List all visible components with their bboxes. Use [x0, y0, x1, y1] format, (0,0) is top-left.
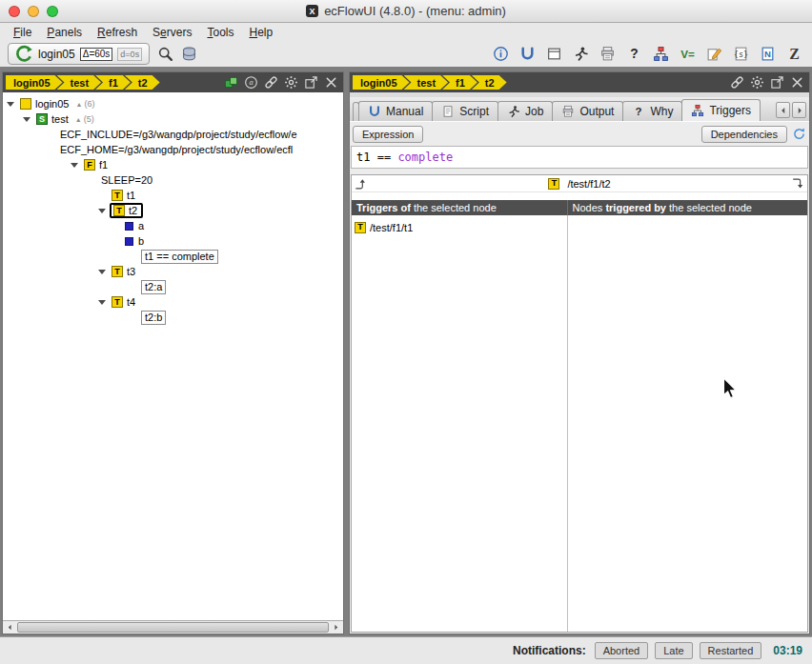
scroll-right-button[interactable] — [329, 621, 343, 634]
tree-row-test[interactable]: Stest▲(5) — [3, 111, 343, 127]
dependencies-button[interactable]: Dependencies — [701, 126, 787, 143]
notes-icon[interactable]: N — [760, 46, 776, 62]
notification-late-button[interactable]: Late — [655, 642, 692, 659]
tree-row-ecf-home-g3-wangdp-project-stu[interactable]: ECF_HOME=/g3/wangdp/project/study/ecflow… — [3, 142, 343, 157]
corner-up-icon[interactable] — [355, 177, 368, 191]
triggers-tab-content: Expression Dependencies t1 == complete T… — [350, 121, 809, 634]
tab-job[interactable]: Job — [497, 101, 553, 121]
expander-open-icon[interactable] — [71, 163, 78, 168]
breadcrumb-test[interactable]: test — [404, 75, 449, 90]
node[interactable]: Tt4 — [110, 296, 137, 308]
menu-servers[interactable]: Servers — [145, 25, 199, 40]
tree-row-t3[interactable]: Tt3 — [3, 264, 343, 279]
node[interactable]: Stest — [34, 113, 71, 125]
menu-refresh[interactable]: Refresh — [90, 25, 145, 40]
attributes-icon[interactable]: a — [244, 75, 258, 90]
menu-tools[interactable]: Tools — [199, 25, 241, 40]
triggers-icon[interactable] — [653, 46, 669, 62]
zoom-window-button[interactable] — [47, 6, 58, 17]
logo-z-icon[interactable]: Z — [786, 46, 802, 62]
tabs-scroll-left-button[interactable] — [776, 102, 790, 118]
svg-text:?: ? — [636, 106, 642, 117]
tree-row-login05[interactable]: login05▲(6) — [3, 96, 343, 111]
tree-row-sleep-20[interactable]: SLEEP=20 — [3, 172, 343, 188]
minimize-window-button[interactable] — [28, 6, 39, 17]
link-icon[interactable] — [730, 75, 744, 90]
node[interactable]: Tt1 — [110, 190, 137, 201]
tree-row-t1[interactable]: Tt1 — [3, 188, 343, 203]
refresh-c-icon[interactable] — [15, 45, 33, 63]
tab-why[interactable]: ?Why — [622, 101, 682, 121]
tree-row-t1-complete[interactable]: t1 == complete — [3, 249, 343, 264]
expander-open-icon[interactable] — [98, 209, 106, 213]
close-icon[interactable] — [790, 75, 804, 90]
output-icon[interactable] — [599, 46, 616, 62]
gear-icon[interactable] — [284, 75, 298, 90]
layers-icon[interactable] — [224, 75, 238, 90]
shell-icon[interactable]: {s} — [733, 46, 749, 62]
tab-scrollers — [776, 102, 806, 118]
menu-panels[interactable]: Panels — [39, 25, 90, 40]
node[interactable]: Tt3 — [110, 266, 137, 277]
scroll-thumb[interactable] — [17, 622, 329, 633]
breadcrumb-test[interactable]: test — [57, 75, 102, 90]
scroll-left-button[interactable] — [3, 621, 17, 634]
gear-icon[interactable] — [750, 75, 764, 90]
menu-help[interactable]: Help — [241, 25, 280, 40]
selected-node[interactable]: Tt2 — [110, 203, 143, 218]
tree-row-t2-a[interactable]: t2:a — [3, 279, 343, 294]
notification-aborted-button[interactable]: Aborted — [595, 642, 649, 659]
node[interactable]: Ff1 — [82, 159, 110, 171]
tree-row-t2[interactable]: Tt2 — [3, 203, 343, 218]
refresh-dependencies-icon[interactable] — [792, 127, 806, 141]
menu-file[interactable]: File — [6, 25, 39, 40]
manual-icon[interactable] — [519, 46, 536, 62]
tab-bar: ManualScriptJobOutput?WhyTriggers — [350, 97, 809, 121]
triggers-of-header: Triggers of the selected node — [352, 200, 568, 215]
tab-output[interactable]: Output — [552, 101, 623, 121]
search-icon[interactable] — [157, 46, 173, 62]
corner-down-icon[interactable] — [791, 177, 804, 191]
job-icon[interactable] — [573, 46, 589, 62]
tree-row-t4[interactable]: Tt4 — [3, 294, 343, 310]
tabs-scroll-right-button[interactable] — [792, 102, 806, 118]
expression-toggle-button[interactable]: Expression — [353, 126, 423, 143]
tree-row-a[interactable]: a — [3, 218, 343, 233]
selected-node-path: /test/f1/t2 — [567, 178, 610, 190]
tree-row-b[interactable]: b — [3, 233, 343, 249]
panel-icon[interactable] — [546, 46, 562, 62]
close-window-button[interactable] — [9, 6, 20, 17]
servers-icon[interactable] — [181, 46, 197, 62]
detach-icon[interactable] — [304, 75, 318, 90]
tree-row-f1[interactable]: Ff1 — [3, 157, 343, 172]
horizontal-scrollbar[interactable] — [3, 620, 343, 634]
detach-icon[interactable] — [770, 75, 784, 90]
expression-token: complete — [397, 151, 453, 164]
node[interactable]: login05 — [18, 98, 71, 110]
node-label: f1 — [99, 159, 108, 171]
expander-open-icon[interactable] — [7, 102, 14, 107]
tree-row-ecf-include-g3-wangdp-project-[interactable]: ECF_INCLUDE=/g3/wangdp/project/study/ecf… — [3, 127, 343, 142]
tree: login05▲(6)Stest▲(5)ECF_INCLUDE=/g3/wang… — [3, 92, 343, 620]
tree-row-t2-b[interactable]: t2:b — [3, 310, 343, 325]
link-icon[interactable] — [264, 75, 278, 90]
tab-triggers[interactable]: Triggers — [681, 99, 761, 121]
close-icon[interactable] — [324, 75, 338, 90]
child-count-badge: ▲(6) — [75, 99, 94, 109]
breadcrumb-login05[interactable]: login05 — [353, 75, 410, 90]
expander-open-icon[interactable] — [98, 300, 106, 305]
tab-manual[interactable]: Manual — [358, 101, 433, 121]
server-selector-button[interactable]: login05 Δ=60s d=0s — [8, 43, 150, 65]
why-icon[interactable]: ? — [626, 46, 642, 62]
node-label: t3 — [127, 266, 135, 277]
tab-script[interactable]: Script — [432, 101, 498, 121]
trigger-browser: T /test/f1/t2 Triggers of the selected n… — [351, 174, 808, 633]
info-icon[interactable] — [493, 46, 509, 62]
breadcrumb-login05[interactable]: login05 — [6, 75, 63, 90]
expander-open-icon[interactable] — [23, 117, 30, 122]
variable-icon[interactable]: V= — [680, 46, 696, 62]
expander-open-icon[interactable] — [98, 270, 106, 274]
edit-icon[interactable] — [706, 46, 722, 62]
trigger-item[interactable]: T/test/f1/t1 — [355, 220, 564, 234]
notification-restarted-button[interactable]: Restarted — [700, 642, 762, 659]
